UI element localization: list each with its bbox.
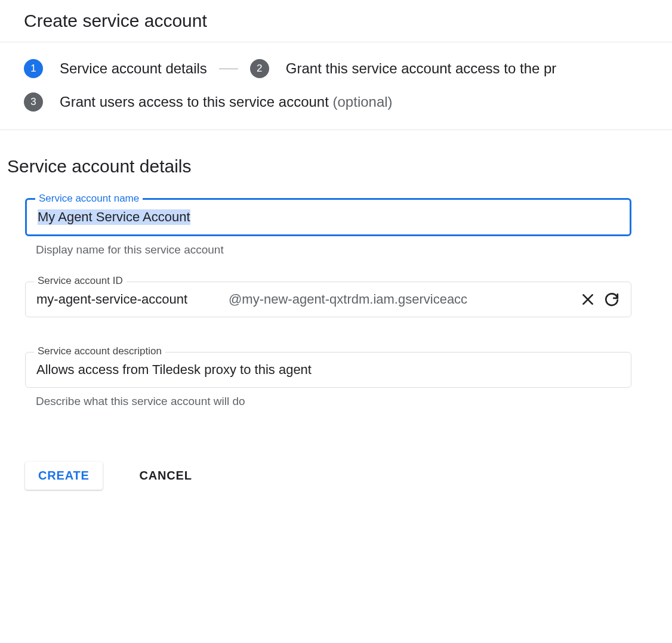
- stepper: 1 Service account details 2 Grant this s…: [0, 42, 672, 130]
- id-field-label: Service account ID: [34, 275, 127, 287]
- step-3-label-text: Grant users access to this service accou…: [60, 94, 329, 110]
- name-field-label: Service account name: [35, 193, 143, 205]
- step-3-badge[interactable]: 3: [24, 92, 43, 112]
- step-2-badge[interactable]: 2: [250, 59, 269, 78]
- section-title: Service account details: [7, 156, 631, 177]
- service-account-id-input[interactable]: [26, 282, 229, 317]
- page-title: Create service account: [24, 11, 648, 31]
- cancel-button[interactable]: CANCEL: [127, 462, 205, 490]
- service-account-name-field[interactable]: Service account name: [25, 198, 631, 236]
- service-account-description-input[interactable]: [26, 353, 631, 387]
- refresh-icon: [604, 292, 619, 307]
- name-helper-text: Display name for this service account: [36, 243, 631, 256]
- service-account-name-input[interactable]: [27, 200, 630, 234]
- clear-id-button[interactable]: [576, 288, 600, 311]
- service-account-id-field[interactable]: Service account ID @my-new-agent-qxtrdm.…: [25, 282, 631, 317]
- step-connector: [219, 69, 238, 69]
- form-actions: CREATE CANCEL: [25, 462, 631, 490]
- service-account-description-field[interactable]: Service account description: [25, 352, 631, 388]
- description-helper-text: Describe what this service account will …: [36, 395, 631, 408]
- close-icon: [580, 292, 596, 307]
- step-1-badge[interactable]: 1: [24, 59, 43, 78]
- step-2-label: Grant this service account access to the…: [286, 60, 557, 77]
- refresh-id-button[interactable]: [600, 288, 624, 311]
- step-3-optional: (optional): [333, 94, 393, 110]
- description-field-label: Service account description: [34, 345, 165, 357]
- step-3-label: Grant users access to this service accou…: [60, 94, 393, 110]
- id-suffix-text: @my-new-agent-qxtrdm.iam.gserviceacc: [229, 292, 567, 307]
- form-content: Service account details Service account …: [0, 130, 639, 514]
- create-button[interactable]: CREATE: [25, 462, 103, 490]
- page-header: Create service account: [0, 0, 672, 42]
- step-1-label: Service account details: [60, 60, 207, 77]
